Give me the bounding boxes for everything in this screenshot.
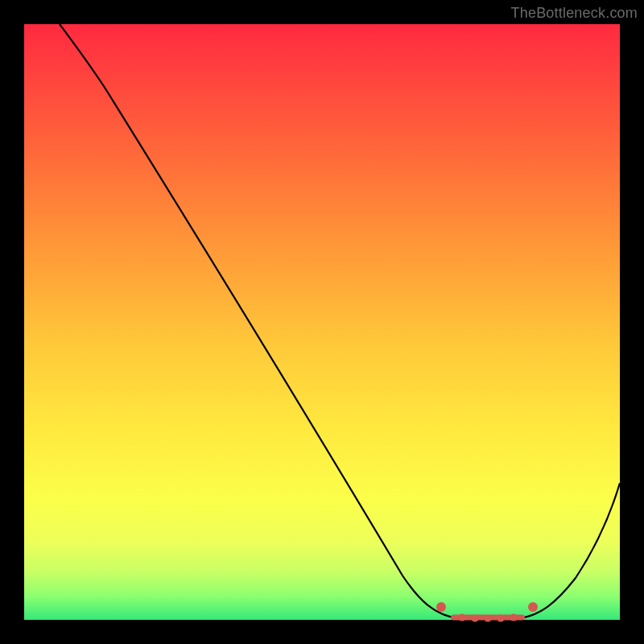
trough-dot-2 <box>472 615 479 622</box>
trough-dot-1 <box>459 614 466 621</box>
trough-dot-3 <box>485 615 492 622</box>
trough-dot-4 <box>497 615 505 622</box>
watermark: TheBottleneck.com <box>511 5 638 22</box>
bottleneck-curve <box>60 24 620 618</box>
trough-dot-5 <box>510 614 518 621</box>
trough-start-dot <box>436 602 446 612</box>
chart-root: TheBottleneck.com <box>0 0 644 644</box>
trough-end-dot <box>528 602 538 612</box>
plot-area <box>24 24 620 620</box>
curve-svg <box>24 24 620 620</box>
